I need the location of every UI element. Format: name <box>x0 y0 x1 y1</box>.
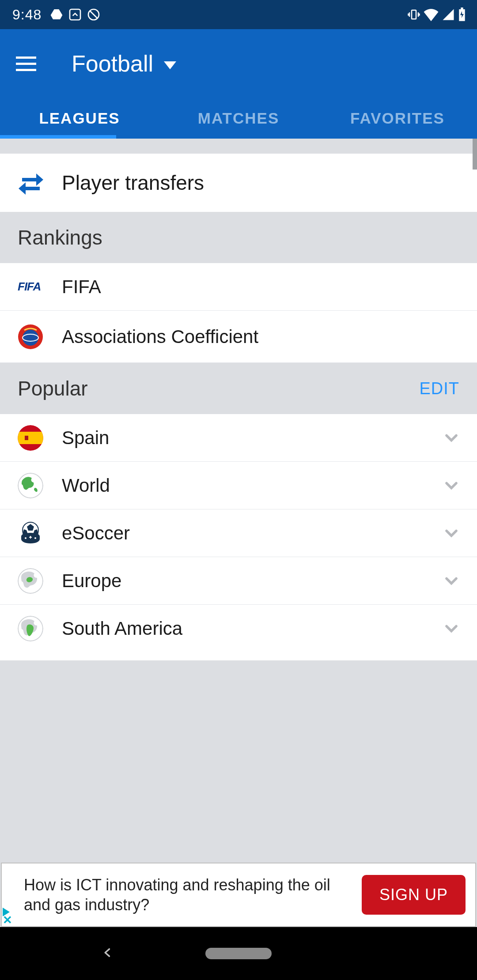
section-title: Rankings <box>18 226 102 249</box>
row-world[interactable]: World <box>0 462 477 509</box>
row-label: World <box>62 475 442 496</box>
chevron-down-icon <box>442 476 461 495</box>
uefa-icon <box>18 324 43 350</box>
chevron-down-icon <box>442 619 461 638</box>
svg-point-14 <box>25 537 26 539</box>
svg-point-6 <box>23 330 38 346</box>
chevron-down-icon <box>442 524 461 543</box>
fifa-icon: FIFA <box>18 280 41 294</box>
ad-signup-button[interactable]: SIGN UP <box>362 875 466 915</box>
globe-icon <box>18 473 43 498</box>
ad-text: How is ICT innovating and reshaping the … <box>24 875 362 915</box>
menu-button[interactable] <box>16 51 41 76</box>
sport-selector[interactable]: Football <box>72 50 176 77</box>
ad-banner[interactable]: ✕ How is ICT innovating and reshaping th… <box>1 863 476 927</box>
row-fifa[interactable]: FIFA FIFA <box>0 263 477 311</box>
back-button[interactable] <box>102 946 114 961</box>
row-label: Associations Coefficient <box>62 326 461 347</box>
row-europe[interactable]: Europe <box>0 557 477 605</box>
tabs: LEAGUES MATCHES FAVORITES <box>0 98 477 139</box>
svg-rect-4 <box>461 8 463 9</box>
status-system-icons <box>407 8 466 22</box>
row-associations-coefficient[interactable]: Associations Coefficient <box>0 311 477 363</box>
globe-europe-icon <box>18 568 43 594</box>
flag-spain-icon <box>18 425 43 451</box>
svg-point-15 <box>34 537 36 539</box>
transfers-icon <box>18 171 44 195</box>
row-label: FIFA <box>62 276 461 298</box>
system-nav-bar <box>0 927 477 980</box>
cell-signal-icon <box>442 8 455 21</box>
tab-leagues[interactable]: LEAGUES <box>0 98 159 139</box>
scrollbar[interactable] <box>473 139 477 170</box>
svg-rect-17 <box>30 536 31 539</box>
home-pill[interactable] <box>205 948 272 959</box>
row-label: Player transfers <box>62 171 461 195</box>
app-header: Football LEAGUES MATCHES FAVORITES <box>0 29 477 139</box>
app-icon <box>68 8 82 22</box>
row-esoccer[interactable]: eSoccer <box>0 509 477 557</box>
status-bar: 9:48 <box>0 0 477 29</box>
svg-rect-11 <box>25 436 28 440</box>
row-label: Europe <box>62 570 442 592</box>
row-label: eSoccer <box>62 523 442 544</box>
globe-south-america-icon <box>18 616 43 641</box>
ad-close-icon[interactable]: ✕ <box>3 913 12 927</box>
sync-off-icon <box>87 8 101 22</box>
section-title: Popular <box>18 377 88 400</box>
chevron-down-icon <box>442 428 461 448</box>
section-rankings-header: Rankings <box>0 212 477 263</box>
row-player-transfers[interactable]: Player transfers <box>0 154 477 212</box>
svg-rect-2 <box>412 10 416 19</box>
app-title: Football <box>72 50 153 77</box>
battery-charging-icon <box>458 8 466 22</box>
row-spain[interactable]: Spain <box>0 414 477 462</box>
drive-icon <box>49 8 64 22</box>
section-popular-header: Popular EDIT <box>0 363 477 414</box>
content: Player transfers Rankings FIFA FIFA <box>0 139 477 863</box>
esoccer-icon <box>18 520 43 546</box>
tab-favorites[interactable]: FAVORITES <box>318 98 477 139</box>
row-south-america[interactable]: South America <box>0 605 477 652</box>
chevron-down-icon <box>164 61 176 69</box>
status-time: 9:48 <box>12 7 42 23</box>
status-app-icons <box>49 8 101 22</box>
row-label: South America <box>62 618 442 639</box>
chevron-down-icon <box>442 571 461 591</box>
edit-button[interactable]: EDIT <box>419 379 459 398</box>
tab-matches[interactable]: MATCHES <box>159 98 318 139</box>
wifi-icon <box>423 8 439 21</box>
row-label: Spain <box>62 427 442 449</box>
vibrate-icon <box>407 8 420 21</box>
svg-rect-10 <box>18 432 43 444</box>
svg-rect-0 <box>70 9 80 20</box>
